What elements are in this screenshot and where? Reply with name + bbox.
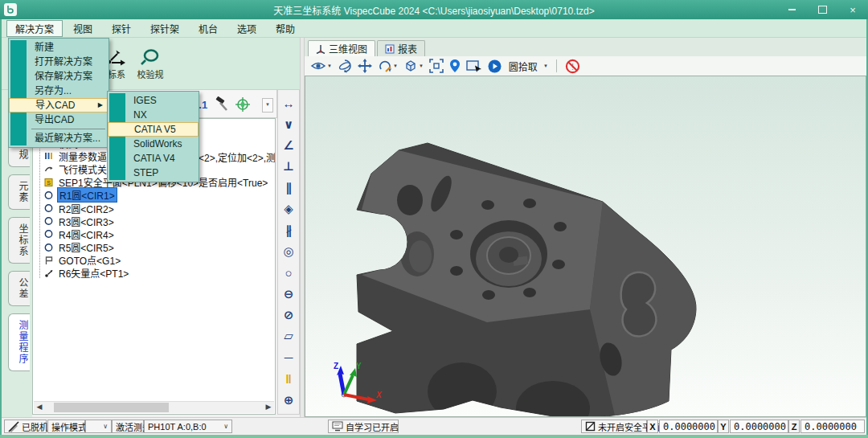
solution-menu-item-3[interactable]: 保存解决方案: [9, 69, 108, 84]
cad-part-model[interactable]: [305, 76, 866, 416]
scroll-left-arrow-icon[interactable]: ◀: [34, 402, 45, 413]
roundness-icon[interactable]: ○: [278, 262, 299, 283]
side-tab-3[interactable]: 坐标系: [8, 217, 30, 264]
angle-icon[interactable]: ∠: [278, 135, 299, 156]
play-button[interactable]: [488, 59, 502, 73]
cad-submenu-item-5[interactable]: CATIA V4: [108, 151, 199, 166]
active-probe-select[interactable]: PH10T A:0,B:0∨: [144, 420, 232, 433]
offline-icon: [8, 421, 19, 432]
circle-feature-icon: [43, 203, 54, 213]
tree-row[interactable]: R6矢量点<PT1>: [33, 267, 275, 280]
menu-item-5[interactable]: 机台: [190, 20, 227, 37]
tree-row-label: R1圆<CIR1>: [57, 187, 117, 203]
solution-menu-item-5[interactable]: 导入CAD▶: [9, 98, 108, 113]
gauge-check-label: 校验规: [132, 68, 169, 80]
locate-pin-icon: [449, 59, 461, 73]
menu-item-2[interactable]: 视图: [64, 20, 101, 37]
side-tab-5[interactable]: 测量程序: [8, 313, 30, 371]
menu-item-4[interactable]: 探针架: [141, 20, 188, 37]
menu-bar: 解决方案视图探针探针架机台选项帮助: [0, 19, 868, 38]
select-window-button[interactable]: [466, 59, 482, 72]
cube-view-button[interactable]: ▼: [403, 59, 424, 73]
scroll-right-arrow-icon[interactable]: ▶: [263, 402, 274, 413]
tree-row[interactable]: R2圆<CIR2>: [33, 202, 275, 215]
gauge-check-button[interactable]: 校验规: [132, 45, 169, 80]
no-collision-button[interactable]: !: [565, 59, 580, 74]
tree-row[interactable]: R1圆<CIR1>: [33, 189, 275, 202]
tree-row[interactable]: R5圆<CIR5>: [33, 241, 275, 254]
window-bottom-edge: [0, 435, 868, 438]
svg-text:Z: Z: [334, 362, 338, 370]
solution-menu-item-2[interactable]: 打开解决方案: [9, 55, 108, 69]
operation-mode-label: 操作模式: [47, 420, 85, 433]
coord-x-value: 0.0000000: [659, 420, 718, 433]
cad-submenu-item-4[interactable]: SolidWorks: [108, 137, 199, 151]
rotate-edit-button[interactable]: ▼: [378, 59, 398, 73]
toolbar-overflow-button[interactable]: ▼: [262, 98, 273, 113]
solution-menu-item-6[interactable]: 导出CAD: [9, 113, 108, 127]
symmetry-icon[interactable]: ⊖: [278, 284, 299, 305]
minimize-button[interactable]: [783, 2, 800, 17]
tree-horizontal-scrollbar[interactable]: ◀ ▶: [34, 401, 274, 413]
hammer-icon[interactable]: [213, 96, 231, 113]
learn-icon: [332, 421, 343, 432]
view3d-tab-icon: [316, 44, 326, 54]
true-position-icon[interactable]: ⊕: [278, 389, 299, 410]
angle-between-icon[interactable]: ∨: [278, 113, 299, 134]
circle-pick-button[interactable]: 圆拾取▼: [507, 59, 548, 73]
side-tab-strip: 校验规元素坐标系公差测量程序: [8, 121, 32, 379]
side-tab-2[interactable]: 元素: [8, 174, 30, 210]
tree-row-label: GOTO点<G1>: [57, 253, 122, 267]
view-tab-label: 三维视图: [329, 42, 367, 55]
concentricity-icon[interactable]: ◎: [278, 241, 299, 262]
view-eye-button[interactable]: ▼: [310, 59, 332, 72]
3d-viewport[interactable]: ZYX: [305, 76, 866, 417]
pan-move-button[interactable]: [358, 59, 372, 73]
menu-item-3[interactable]: 探针: [103, 20, 140, 37]
position-target-icon[interactable]: [234, 96, 252, 113]
measure-params-icon: [43, 151, 54, 161]
parallel-lines-icon[interactable]: ‖: [278, 368, 299, 389]
solution-menu-item-1[interactable]: 新建: [9, 40, 108, 55]
view-tab-1[interactable]: 三维视图: [308, 40, 375, 56]
tree-row[interactable]: R3圆<CIR3>: [33, 215, 275, 227]
zoom-fit-button[interactable]: [429, 59, 444, 73]
position-point-icon[interactable]: ◈: [278, 199, 299, 219]
locate-pin-button[interactable]: [449, 59, 461, 73]
side-tab-4[interactable]: 公差: [8, 271, 30, 306]
menu-item-6[interactable]: 选项: [228, 20, 265, 37]
select-window-icon: [466, 59, 482, 72]
runout-icon[interactable]: ⊘: [278, 305, 299, 325]
close-button[interactable]: ×: [844, 2, 862, 17]
cad-submenu-item-1[interactable]: IGES: [108, 93, 199, 108]
cad-submenu-item-2[interactable]: NX: [108, 108, 199, 122]
tree-row[interactable]: R4圆<CIR4>: [33, 227, 275, 240]
no-collision-icon: !: [565, 59, 580, 74]
straightness-icon[interactable]: ─: [278, 347, 299, 368]
scrollbar-thumb[interactable]: [54, 403, 170, 412]
parallelism-icon[interactable]: ∥: [278, 178, 299, 199]
flatness-icon[interactable]: ▱: [278, 325, 299, 346]
cad-submenu-item-6[interactable]: STEP: [108, 166, 199, 180]
view-toolbar: ▼▼▼圆拾取▼!: [305, 56, 866, 76]
window-left-edge: [0, 19, 2, 438]
orbit-rotate-button[interactable]: [338, 59, 352, 73]
circle-feature-icon: [43, 216, 54, 226]
perpendicularity-icon[interactable]: ⊥: [278, 156, 299, 177]
angularity-icon[interactable]: ∦: [278, 219, 299, 240]
operation-mode-select[interactable]: ∨: [85, 420, 112, 433]
self-learning-status[interactable]: 自学习已开启: [328, 420, 399, 433]
menu-item-7[interactable]: 帮助: [267, 20, 304, 37]
solution-menu-item-4[interactable]: 另存为...: [9, 84, 108, 98]
tree-row[interactable]: GOTO点<G1>: [33, 254, 275, 267]
scrollbar-track[interactable]: [45, 402, 263, 413]
toolbar-separator: [556, 59, 557, 72]
maximize-button[interactable]: [813, 2, 831, 17]
rotate-edit-icon: [378, 59, 392, 73]
cad-submenu-item-3[interactable]: CATIA V5: [108, 122, 199, 137]
distance-icon[interactable]: ↔: [278, 92, 299, 113]
menu-item-1[interactable]: 解决方案: [6, 20, 63, 37]
view-tab-2[interactable]: 报表: [377, 40, 425, 56]
submenu-arrow-icon: ▶: [98, 99, 103, 112]
solution-menu-item-8[interactable]: 最近解决方案...: [9, 131, 108, 145]
